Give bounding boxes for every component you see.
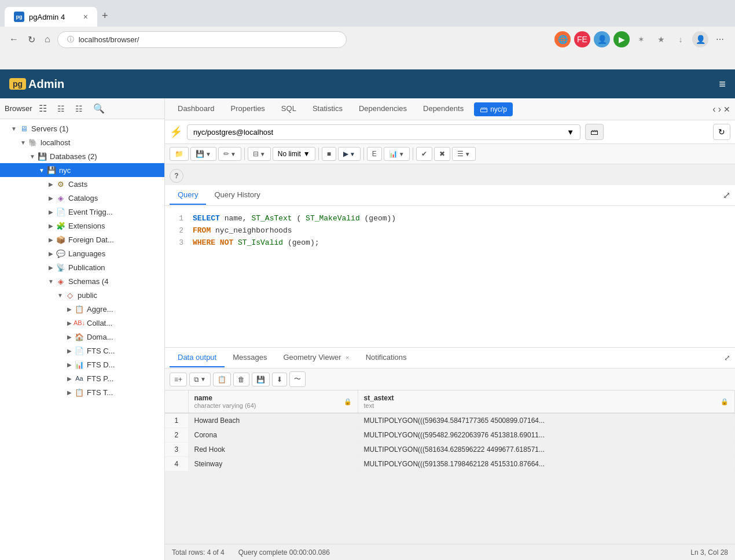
separator-1: [244, 148, 245, 160]
address-bar: ← ↻ ⌂ ⓘ localhost/browser/ 🌐 FE 👤 ▶ ✶ ★ …: [0, 27, 735, 52]
tab-close-button[interactable]: ×: [83, 12, 88, 21]
tree-item-public[interactable]: ▼ ◇ public: [0, 288, 164, 302]
browser-ext-icon-3[interactable]: 👤: [594, 31, 610, 47]
tree-item-nyc[interactable]: ▼ 💾 nyc: [0, 163, 164, 177]
help-btn[interactable]: ?: [170, 169, 183, 183]
tree-item-publication[interactable]: ▶ 📡 Publication: [0, 260, 164, 274]
sidebar-tool-btn-2[interactable]: ☷: [53, 102, 69, 116]
chart-btn[interactable]: 〜: [289, 371, 306, 387]
connection-select[interactable]: nyc/postgres@localhost ▼: [187, 124, 580, 140]
browser-ext-icon-4[interactable]: ▶: [613, 31, 630, 47]
tree-item-localhost[interactable]: ▼ 🐘 localhost: [0, 135, 164, 149]
table-row[interactable]: 3 Red Hook MULTIPOLYGON(((581634.6285962…: [165, 443, 735, 457]
expand-editor-btn[interactable]: ⤢: [723, 190, 730, 201]
home-button[interactable]: ⌂: [42, 32, 53, 47]
tree-item-databases[interactable]: ▼ 💾 Databases (2): [0, 149, 164, 163]
explain-btn[interactable]: E: [367, 147, 382, 161]
paste-btn[interactable]: 📋: [213, 373, 231, 386]
tree-item-aggregates[interactable]: ▶ 📋 Aggre...: [0, 302, 164, 316]
label-foreign-data: Foreign Dat...: [68, 235, 114, 244]
tab-messages[interactable]: Messages: [225, 348, 275, 367]
download-btn[interactable]: ⬇: [272, 373, 287, 386]
search-button[interactable]: 🔍: [89, 101, 109, 116]
tab-dashboard[interactable]: Dashboard: [170, 100, 223, 119]
new-tab-button[interactable]: +: [97, 5, 113, 27]
save-data-btn[interactable]: 💾: [252, 373, 270, 386]
refresh-btn[interactable]: ↻: [713, 124, 730, 140]
tree-item-foreign-data[interactable]: ▶ 📦 Foreign Dat...: [0, 233, 164, 246]
tree-item-languages[interactable]: ▶ 💬 Languages: [0, 246, 164, 260]
table-row[interactable]: 4 Steinway MULTIPOLYGON(((591358.1798462…: [165, 457, 735, 471]
fn-st-astext: ST_AsText: [251, 214, 292, 223]
back-button[interactable]: ←: [7, 32, 21, 47]
profile-icon[interactable]: 👤: [692, 31, 708, 47]
tree-item-event-triggers[interactable]: ▶ 📄 Event Trigg...: [0, 205, 164, 219]
tree-item-collations[interactable]: ▶ AB↓ Collat...: [0, 316, 164, 330]
tree-item-fts-config[interactable]: ▶ 📄 FTS C...: [0, 344, 164, 358]
panel-next-btn[interactable]: ›: [718, 104, 721, 115]
explain-analyze-btn[interactable]: 📊 ▼: [384, 147, 410, 161]
tab-properties[interactable]: Properties: [223, 100, 273, 119]
table-row[interactable]: 1 Howard Beach MULTIPOLYGON(((596394.584…: [165, 413, 735, 428]
line-num-3: 3: [172, 237, 183, 249]
tree-item-casts[interactable]: ▶ ⚙ Casts: [0, 177, 164, 191]
tab-geometry-viewer[interactable]: Geometry Viewer ×: [275, 348, 357, 367]
tree-item-catalogs[interactable]: ▶ ◈ Catalogs: [0, 191, 164, 205]
label-languages: Languages: [68, 249, 105, 258]
tree-item-servers[interactable]: ▼ 🖥 Servers (1): [0, 121, 164, 135]
tree-item-fts-dict[interactable]: ▶ 📊 FTS D...: [0, 358, 164, 371]
tab-query[interactable]: Query: [170, 186, 206, 205]
table-row[interactable]: 2 Corona MULTIPOLYGON(((595482.962206397…: [165, 428, 735, 443]
icon-casts: ⚙: [56, 179, 66, 189]
tree-item-schemas[interactable]: ▼ ◈ Schemas (4: [0, 274, 164, 288]
tab-data-output[interactable]: Data output: [170, 348, 225, 367]
tree-item-extensions[interactable]: ▶ 🧩 Extensions: [0, 219, 164, 233]
add-row-btn[interactable]: ≡+: [170, 373, 187, 386]
active-tab[interactable]: pg pgAdmin 4 ×: [5, 7, 97, 27]
table-body: 1 Howard Beach MULTIPOLYGON(((596394.584…: [165, 413, 735, 471]
panel-close-btn[interactable]: ✕: [723, 104, 730, 115]
tab-sql[interactable]: SQL: [273, 100, 304, 119]
rownum-2: 2: [165, 428, 188, 443]
hamburger-menu[interactable]: ≡: [719, 78, 726, 90]
expand-results-btn[interactable]: ⤢: [724, 353, 730, 362]
rollback-btn[interactable]: ✖: [434, 147, 450, 161]
tab-dependencies[interactable]: Dependencies: [351, 100, 415, 119]
reload-button[interactable]: ↻: [25, 32, 38, 47]
limit-selector[interactable]: No limit ▼: [273, 147, 315, 161]
commit-btn[interactable]: ✔: [416, 147, 432, 161]
tab-notifications[interactable]: Notifications: [358, 348, 415, 367]
geometry-viewer-close[interactable]: ×: [346, 354, 349, 361]
delete-btn[interactable]: 🗑: [233, 373, 249, 386]
label-fts-template: FTS T...: [87, 388, 113, 397]
bookmarks-icon[interactable]: ★: [653, 31, 669, 47]
address-input[interactable]: ⓘ localhost/browser/: [57, 31, 347, 48]
macros-btn[interactable]: ☰ ▼: [452, 147, 476, 161]
browser-ext-icon-2[interactable]: FE: [574, 31, 590, 47]
stop-btn[interactable]: ■: [322, 147, 336, 161]
tree-item-domains[interactable]: ▶ 🏠 Doma...: [0, 330, 164, 344]
filter-btn[interactable]: ⊟ ▼: [248, 147, 271, 161]
browser-ext-icon-1[interactable]: 🌐: [554, 31, 571, 47]
tab-dependents[interactable]: Dependents: [415, 100, 472, 119]
th-name-label: name: [194, 394, 212, 402]
copy-btn[interactable]: ⧉ ▼: [189, 373, 211, 386]
sidebar-tool-btn-3[interactable]: ☷: [71, 102, 87, 116]
db-connect-btn[interactable]: 🗃: [585, 124, 604, 140]
download-icon[interactable]: ↓: [672, 31, 689, 47]
run-btn[interactable]: ▶ ▼: [338, 147, 361, 161]
tree-item-fts-parser[interactable]: ▶ Aa FTS P...: [0, 371, 164, 385]
tab-query-tool[interactable]: 🗃 nyc/p: [474, 102, 513, 116]
connection-bar: ⚡ nyc/postgres@localhost ▼ 🗃 ↻: [165, 120, 735, 144]
tab-query-history[interactable]: Query History: [206, 186, 268, 205]
tab-statistics[interactable]: Statistics: [304, 100, 351, 119]
code-editor[interactable]: 1 SELECT name, ST_AsText ( ST_MakeValid …: [165, 206, 735, 347]
sidebar-tool-btn-1[interactable]: ☷: [35, 101, 51, 116]
open-file-btn[interactable]: 📁: [170, 147, 189, 161]
edit-btn[interactable]: ✏ ▼: [218, 147, 241, 161]
panel-prev-btn[interactable]: ‹: [712, 104, 715, 115]
browser-ext-icon-5[interactable]: ✶: [633, 31, 649, 47]
tree-item-fts-template[interactable]: ▶ 📋 FTS T...: [0, 385, 164, 399]
menu-icon[interactable]: ⋯: [712, 31, 728, 47]
save-btn[interactable]: 💾 ▼: [190, 147, 216, 161]
